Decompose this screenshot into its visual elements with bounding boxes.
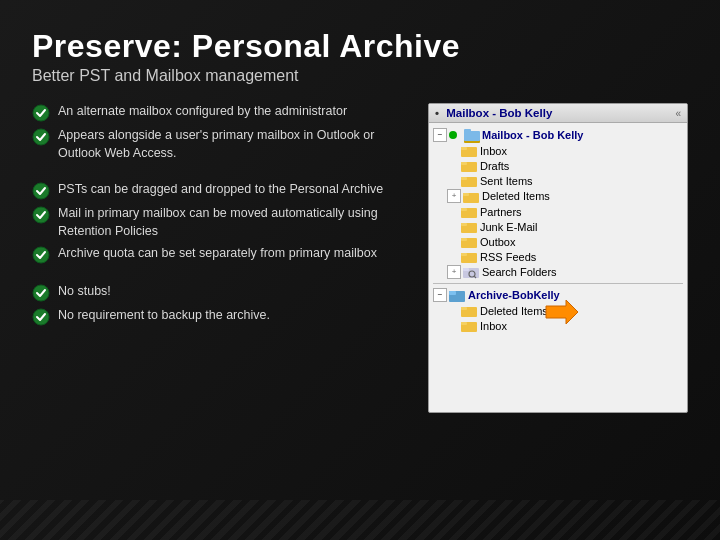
svg-rect-34 (461, 322, 467, 325)
outlook-panel-header: • Mailbox - Bob Kelly « (429, 104, 687, 123)
check-icon-6 (32, 284, 50, 302)
outlook-header-title: • Mailbox - Bob Kelly (435, 107, 552, 119)
expand-icon-deleted[interactable]: + (447, 189, 461, 203)
folder-icon-partners (461, 205, 477, 218)
deleted-items-label: Deleted Items (482, 190, 550, 202)
sent-items-label: Sent Items (480, 175, 533, 187)
search-folder-icon (463, 265, 479, 279)
slide-title: Preserve: Personal Archive (32, 28, 688, 65)
partners-label: Partners (480, 206, 522, 218)
svg-rect-16 (463, 193, 469, 196)
folder-icon-junk (461, 220, 477, 233)
svg-rect-32 (461, 307, 467, 310)
svg-rect-10 (461, 147, 467, 150)
folder-icon-inbox (461, 144, 477, 157)
bullet-group-3: No stubs! No requirement to backup the a… (32, 283, 408, 331)
svg-rect-12 (461, 162, 467, 165)
bullet-item: Appears alongside a user's primary mailb… (32, 127, 408, 162)
rss-label: RSS Feeds (480, 251, 536, 263)
svg-point-0 (33, 105, 49, 121)
tree-item-outbox[interactable]: Outbox (429, 234, 687, 249)
svg-rect-30 (449, 291, 456, 295)
tree-item-drafts[interactable]: Drafts (429, 158, 687, 173)
archive-arrow-icon (538, 292, 578, 332)
svg-rect-8 (464, 132, 471, 136)
check-icon-5 (32, 246, 50, 264)
svg-rect-24 (461, 253, 467, 256)
mailbox-icon (464, 129, 480, 141)
drafts-label: Drafts (480, 160, 509, 172)
divider (433, 283, 683, 284)
dot-indicator (449, 129, 461, 141)
bullet-text-7: No requirement to backup the archive. (58, 307, 270, 325)
svg-point-4 (33, 247, 49, 263)
arrow-container (538, 292, 578, 336)
folder-icon-archive-deleted (461, 304, 477, 317)
tree-item-mailbox[interactable]: − Mailbox - Bob Kelly (429, 127, 687, 143)
svg-point-6 (33, 309, 49, 325)
folder-icon-outbox (461, 235, 477, 248)
mailbox-label: Mailbox - Bob Kelly (482, 129, 583, 141)
collapse-button[interactable]: « (675, 108, 681, 119)
bullets-column: An alternate mailbox configured by the a… (32, 103, 408, 413)
outbox-label: Outbox (480, 236, 515, 248)
expand-icon-search[interactable]: + (447, 265, 461, 279)
tree-item-sent-items[interactable]: Sent Items (429, 173, 687, 188)
tree-item-deleted-items[interactable]: + Deleted Items (429, 188, 687, 204)
svg-rect-18 (461, 208, 467, 211)
search-folders-label: Search Folders (482, 266, 557, 278)
bullet-text-3: PSTs can be dragged and dropped to the P… (58, 181, 383, 199)
svg-point-5 (33, 285, 49, 301)
archive-folder-icon (449, 288, 465, 302)
bullet-item: PSTs can be dragged and dropped to the P… (32, 181, 408, 200)
bullet-group-1: An alternate mailbox configured by the a… (32, 103, 408, 167)
junk-label: Junk E-Mail (480, 221, 537, 233)
bullet-item: No requirement to backup the archive. (32, 307, 408, 326)
folder-icon-rss (461, 250, 477, 263)
svg-rect-20 (461, 223, 467, 226)
bullet-text-5: Archive quota can be set separately from… (58, 245, 377, 263)
bullet-item: No stubs! (32, 283, 408, 302)
svg-rect-7 (464, 132, 480, 143)
inbox-label: Inbox (480, 145, 507, 157)
tree-item-junk[interactable]: Junk E-Mail (429, 219, 687, 234)
check-icon-2 (32, 128, 50, 146)
slide: Preserve: Personal Archive Better PST an… (0, 0, 720, 540)
archive-inbox-label: Inbox (480, 320, 507, 332)
bullet-text-4: Mail in primary mailbox can be moved aut… (58, 205, 408, 240)
bullet-text-2: Appears alongside a user's primary mailb… (58, 127, 408, 162)
folder-icon-deleted (463, 190, 479, 203)
bullet-text-1: An alternate mailbox configured by the a… (58, 103, 347, 121)
bullet-item: Mail in primary mailbox can be moved aut… (32, 205, 408, 240)
check-icon-7 (32, 308, 50, 326)
svg-point-2 (33, 183, 49, 199)
outlook-wrapper: • Mailbox - Bob Kelly « − Mailbox - Bob … (428, 103, 688, 413)
folder-icon-drafts (461, 159, 477, 172)
content-area: An alternate mailbox configured by the a… (32, 103, 688, 413)
svg-rect-22 (461, 238, 467, 241)
svg-point-3 (33, 207, 49, 223)
svg-rect-14 (461, 177, 467, 180)
bullet-text-6: No stubs! (58, 283, 111, 301)
outlook-panel: • Mailbox - Bob Kelly « − Mailbox - Bob … (428, 103, 688, 413)
bullet-group-2: PSTs can be dragged and dropped to the P… (32, 181, 408, 269)
tree-item-rss[interactable]: RSS Feeds (429, 249, 687, 264)
folder-icon-archive-inbox (461, 319, 477, 332)
check-icon-4 (32, 206, 50, 224)
tree-item-partners[interactable]: Partners (429, 204, 687, 219)
dot-bullet: • (435, 107, 439, 119)
svg-point-1 (33, 129, 49, 145)
tree-item-inbox[interactable]: Inbox (429, 143, 687, 158)
bullet-item: An alternate mailbox configured by the a… (32, 103, 408, 122)
tree-item-search-folders[interactable]: + Search Folders (429, 264, 687, 280)
check-icon-1 (32, 104, 50, 122)
expand-icon-archive[interactable]: − (433, 288, 447, 302)
folder-icon-sent (461, 174, 477, 187)
check-icon-3 (32, 182, 50, 200)
bullet-item: Archive quota can be set separately from… (32, 245, 408, 264)
svg-rect-26 (463, 268, 469, 271)
svg-marker-35 (546, 300, 578, 324)
slide-subtitle: Better PST and Mailbox management (32, 67, 688, 85)
expand-icon-mailbox[interactable]: − (433, 128, 447, 142)
